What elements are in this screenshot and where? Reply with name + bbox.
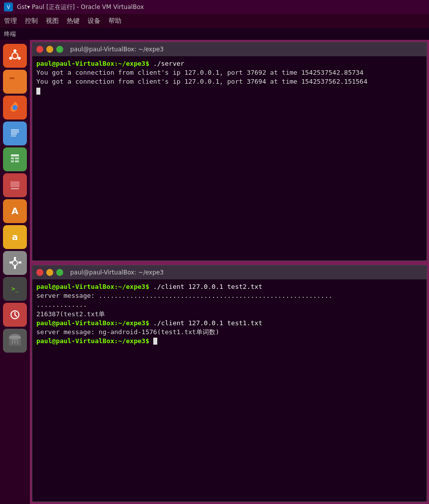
- server-cmd: ./server: [149, 60, 184, 67]
- sidebar-icon-software[interactable]: A: [3, 199, 27, 223]
- svg-rect-24: [11, 188, 19, 189]
- client-output-2: .............: [36, 300, 423, 309]
- server-output-1: You got a connection from client's ip 12…: [36, 68, 423, 77]
- server-terminal-titlebar: paul@paul-VirtualBox: ~/expe3: [32, 42, 427, 56]
- client-cmd-2: ./client 127.0.0.1 test1.txt: [149, 319, 262, 327]
- svg-rect-7: [9, 78, 20, 86]
- client-terminal: paul@paul-VirtualBox: ~/expe3 paul@paul-…: [32, 265, 427, 502]
- menubar: 管理 控制 视图 热键 设备 帮助: [0, 14, 429, 28]
- svg-rect-17: [11, 154, 19, 156]
- svg-text:a: a: [12, 232, 18, 242]
- sidebar-icon-settings[interactable]: [3, 251, 27, 275]
- client-prompt-line-3: paul@paul-VirtualBox:~/expe3$: [36, 337, 423, 346]
- svg-rect-20: [11, 160, 14, 162]
- sidebar: A a >_: [0, 40, 30, 504]
- server-prompt-line: paul@paul-VirtualBox:~/expe3$ ./server: [36, 59, 423, 68]
- svg-point-5: [18, 57, 21, 60]
- svg-rect-23: [10, 181, 19, 187]
- menu-hotkeys[interactable]: 热键: [67, 16, 80, 25]
- sidebar-icon-ubuntu[interactable]: [3, 44, 27, 68]
- client-output-3: 216387(test2.txt单: [36, 310, 423, 319]
- client-prompt-1: paul@paul-VirtualBox:~/expe3$: [36, 283, 149, 290]
- sidebar-icon-amazon[interactable]: a: [3, 225, 27, 249]
- svg-rect-42: [12, 340, 13, 344]
- svg-rect-12: [11, 129, 19, 130]
- menu-manage[interactable]: 管理: [4, 16, 17, 25]
- svg-rect-31: [14, 257, 16, 260]
- taskbar: 终端: [0, 28, 429, 40]
- client-maximize-button[interactable]: [56, 269, 63, 276]
- svg-rect-13: [11, 131, 19, 132]
- svg-text:A: A: [11, 206, 18, 216]
- client-prompt-line-1: paul@paul-VirtualBox:~/expe3$ ./client 1…: [36, 282, 423, 291]
- server-prompt: paul@paul-VirtualBox:~/expe3$: [36, 60, 149, 67]
- server-terminal-title: paul@paul-VirtualBox: ~/expe3: [70, 46, 164, 53]
- svg-text:V: V: [7, 4, 10, 10]
- client-terminal-title: paul@paul-VirtualBox: ~/expe3: [70, 269, 164, 276]
- svg-point-4: [13, 49, 16, 52]
- server-cursor-line: [36, 87, 423, 96]
- svg-point-10: [12, 105, 17, 110]
- sidebar-icon-updates[interactable]: [3, 303, 27, 327]
- sidebar-icon-impress[interactable]: [3, 173, 27, 197]
- server-minimize-button[interactable]: [46, 46, 53, 53]
- client-close-button[interactable]: [36, 269, 43, 276]
- client-terminal-titlebar: paul@paul-VirtualBox: ~/expe3: [32, 265, 427, 279]
- client-prompt-3: paul@paul-VirtualBox:~/expe3$: [36, 337, 149, 345]
- svg-point-41: [9, 336, 21, 340]
- client-terminal-body[interactable]: paul@paul-VirtualBox:~/expe3$ ./client 1…: [32, 279, 427, 502]
- taskbar-label: 终端: [4, 30, 16, 38]
- svg-rect-21: [15, 160, 19, 162]
- server-close-button[interactable]: [36, 46, 43, 53]
- sidebar-icon-terminal[interactable]: >_: [3, 277, 27, 301]
- virtualbox-icon: V: [4, 2, 13, 11]
- client-prompt-line-2: paul@paul-VirtualBox:~/expe3$ ./client 1…: [36, 319, 423, 328]
- menu-view[interactable]: 视图: [46, 16, 59, 25]
- sidebar-icon-firefox[interactable]: [3, 96, 27, 120]
- svg-text:>_: >_: [11, 285, 19, 292]
- sidebar-icon-files[interactable]: [3, 70, 27, 94]
- menu-help[interactable]: 帮助: [108, 16, 121, 25]
- menu-control[interactable]: 控制: [25, 16, 38, 25]
- svg-rect-32: [14, 266, 16, 269]
- sidebar-icon-calc[interactable]: [3, 147, 27, 171]
- svg-rect-44: [17, 340, 18, 344]
- sidebar-icon-writer[interactable]: [3, 122, 27, 145]
- main-area: A a >_: [0, 40, 429, 504]
- server-cursor: [36, 88, 40, 95]
- server-terminal-body[interactable]: paul@paul-VirtualBox:~/expe3$ ./server Y…: [32, 56, 427, 260]
- sidebar-icon-trash[interactable]: [3, 329, 27, 353]
- client-prompt-2: paul@paul-VirtualBox:~/expe3$: [36, 319, 149, 327]
- svg-rect-33: [9, 261, 12, 263]
- virtualbox-titlebar: V Gst▾ Paul [正在运行] - Oracle VM VirtualBo…: [0, 0, 429, 14]
- client-cursor: [153, 338, 157, 345]
- server-terminal: paul@paul-VirtualBox: ~/expe3 paul@paul-…: [32, 42, 427, 261]
- client-output-1: server message: ........................…: [36, 291, 423, 300]
- menu-devices[interactable]: 设备: [88, 16, 101, 25]
- client-minimize-button[interactable]: [46, 269, 53, 276]
- client-cmd-1: ./client 127.0.0.1 test2.txt: [149, 283, 262, 290]
- svg-rect-18: [11, 157, 14, 159]
- server-maximize-button[interactable]: [56, 46, 63, 53]
- svg-rect-34: [18, 261, 21, 263]
- server-output-2: You got a connection from client's ip 12…: [36, 77, 423, 86]
- svg-rect-8: [9, 77, 14, 79]
- svg-rect-19: [15, 157, 19, 159]
- svg-point-6: [9, 57, 12, 60]
- content-area: paul@paul-VirtualBox: ~/expe3 paul@paul-…: [30, 40, 429, 504]
- window-title: Gst▾ Paul [正在运行] - Oracle VM VirtualBox: [17, 3, 144, 11]
- client-output-4: server message: ng-android-1576(test1.tx…: [36, 328, 423, 337]
- svg-rect-15: [11, 135, 16, 136]
- svg-rect-43: [14, 340, 15, 344]
- svg-rect-14: [11, 133, 17, 134]
